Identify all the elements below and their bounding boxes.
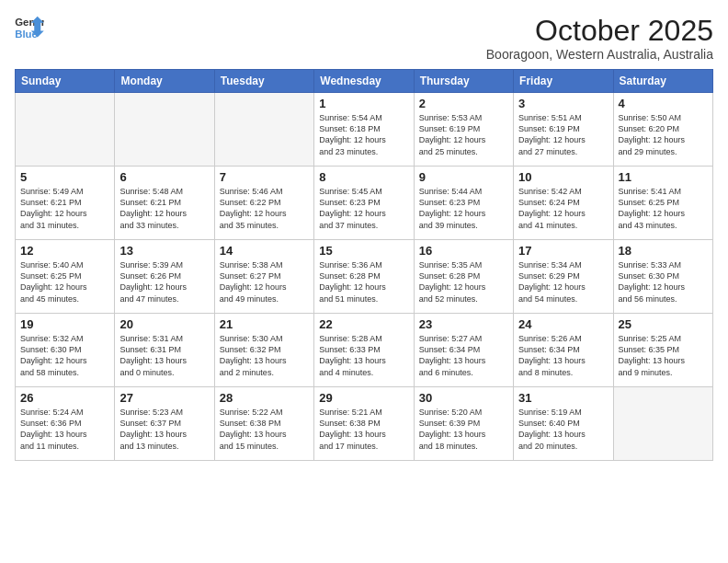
- week-row-1: 5Sunrise: 5:49 AM Sunset: 6:21 PM Daylig…: [16, 167, 713, 240]
- day-number: 31: [518, 391, 608, 405]
- day-info: Sunrise: 5:34 AM Sunset: 6:29 PM Dayligh…: [518, 259, 608, 304]
- day-info: Sunrise: 5:32 AM Sunset: 6:30 PM Dayligh…: [20, 333, 109, 378]
- calendar-cell: [115, 93, 214, 167]
- day-number: 14: [220, 244, 309, 258]
- title-area: October 2025 Booragoon, Western Australi…: [486, 15, 713, 62]
- calendar-cell: 10Sunrise: 5:42 AM Sunset: 6:24 PM Dayli…: [514, 167, 613, 240]
- calendar-cell: [613, 387, 712, 461]
- day-number: 11: [619, 170, 708, 184]
- calendar-table: SundayMondayTuesdayWednesdayThursdayFrid…: [15, 69, 713, 461]
- week-row-3: 19Sunrise: 5:32 AM Sunset: 6:30 PM Dayli…: [16, 314, 713, 387]
- day-info: Sunrise: 5:53 AM Sunset: 6:19 PM Dayligh…: [419, 112, 508, 157]
- day-number: 21: [220, 317, 309, 331]
- days-header-row: SundayMondayTuesdayWednesdayThursdayFrid…: [16, 70, 713, 93]
- day-info: Sunrise: 5:48 AM Sunset: 6:21 PM Dayligh…: [119, 186, 209, 231]
- calendar-cell: 18Sunrise: 5:33 AM Sunset: 6:30 PM Dayli…: [613, 240, 712, 314]
- calendar-cell: 26Sunrise: 5:24 AM Sunset: 6:36 PM Dayli…: [16, 387, 115, 461]
- calendar-cell: 2Sunrise: 5:53 AM Sunset: 6:19 PM Daylig…: [414, 93, 513, 167]
- day-info: Sunrise: 5:24 AM Sunset: 6:36 PM Dayligh…: [20, 407, 109, 452]
- day-info: Sunrise: 5:28 AM Sunset: 6:33 PM Dayligh…: [319, 333, 408, 378]
- calendar-cell: 6Sunrise: 5:48 AM Sunset: 6:21 PM Daylig…: [115, 167, 214, 240]
- calendar-cell: 21Sunrise: 5:30 AM Sunset: 6:32 PM Dayli…: [214, 314, 313, 387]
- day-info: Sunrise: 5:25 AM Sunset: 6:35 PM Dayligh…: [619, 333, 708, 378]
- calendar-cell: 11Sunrise: 5:41 AM Sunset: 6:25 PM Dayli…: [613, 167, 712, 240]
- day-info: Sunrise: 5:54 AM Sunset: 6:18 PM Dayligh…: [319, 112, 408, 157]
- logo: General Blue: [15, 15, 44, 40]
- calendar-cell: [214, 93, 313, 167]
- day-number: 13: [119, 244, 209, 258]
- day-info: Sunrise: 5:46 AM Sunset: 6:22 PM Dayligh…: [220, 186, 309, 231]
- calendar-cell: 30Sunrise: 5:20 AM Sunset: 6:39 PM Dayli…: [414, 387, 513, 461]
- week-row-0: 1Sunrise: 5:54 AM Sunset: 6:18 PM Daylig…: [16, 93, 713, 167]
- day-info: Sunrise: 5:45 AM Sunset: 6:23 PM Dayligh…: [319, 186, 408, 231]
- calendar-cell: 3Sunrise: 5:51 AM Sunset: 6:19 PM Daylig…: [514, 93, 613, 167]
- week-row-2: 12Sunrise: 5:40 AM Sunset: 6:25 PM Dayli…: [16, 240, 713, 314]
- day-info: Sunrise: 5:23 AM Sunset: 6:37 PM Dayligh…: [119, 407, 209, 452]
- day-number: 7: [220, 170, 309, 184]
- calendar-cell: 25Sunrise: 5:25 AM Sunset: 6:35 PM Dayli…: [613, 314, 712, 387]
- calendar-cell: 16Sunrise: 5:35 AM Sunset: 6:28 PM Dayli…: [414, 240, 513, 314]
- day-info: Sunrise: 5:40 AM Sunset: 6:25 PM Dayligh…: [20, 259, 109, 304]
- day-info: Sunrise: 5:22 AM Sunset: 6:38 PM Dayligh…: [220, 407, 309, 452]
- calendar-cell: 9Sunrise: 5:44 AM Sunset: 6:23 PM Daylig…: [414, 167, 513, 240]
- day-number: 26: [20, 391, 109, 405]
- day-info: Sunrise: 5:26 AM Sunset: 6:34 PM Dayligh…: [518, 333, 608, 378]
- day-number: 25: [619, 317, 708, 331]
- calendar-cell: 20Sunrise: 5:31 AM Sunset: 6:31 PM Dayli…: [115, 314, 214, 387]
- logo-icon: General Blue: [15, 15, 44, 40]
- day-info: Sunrise: 5:42 AM Sunset: 6:24 PM Dayligh…: [518, 186, 608, 231]
- calendar-cell: 5Sunrise: 5:49 AM Sunset: 6:21 PM Daylig…: [16, 167, 115, 240]
- calendar-cell: 17Sunrise: 5:34 AM Sunset: 6:29 PM Dayli…: [514, 240, 613, 314]
- day-number: 9: [419, 170, 508, 184]
- calendar-cell: 22Sunrise: 5:28 AM Sunset: 6:33 PM Dayli…: [314, 314, 414, 387]
- day-info: Sunrise: 5:41 AM Sunset: 6:25 PM Dayligh…: [619, 186, 708, 231]
- day-number: 20: [119, 317, 209, 331]
- header-monday: Monday: [115, 70, 214, 93]
- header-friday: Friday: [514, 70, 613, 93]
- calendar-cell: 19Sunrise: 5:32 AM Sunset: 6:30 PM Dayli…: [16, 314, 115, 387]
- day-info: Sunrise: 5:19 AM Sunset: 6:40 PM Dayligh…: [518, 407, 608, 452]
- calendar-cell: 29Sunrise: 5:21 AM Sunset: 6:38 PM Dayli…: [314, 387, 414, 461]
- calendar-cell: 13Sunrise: 5:39 AM Sunset: 6:26 PM Dayli…: [115, 240, 214, 314]
- calendar-cell: 23Sunrise: 5:27 AM Sunset: 6:34 PM Dayli…: [414, 314, 513, 387]
- calendar-cell: 4Sunrise: 5:50 AM Sunset: 6:20 PM Daylig…: [613, 93, 712, 167]
- day-number: 12: [20, 244, 109, 258]
- header-sunday: Sunday: [16, 70, 115, 93]
- calendar-cell: 28Sunrise: 5:22 AM Sunset: 6:38 PM Dayli…: [214, 387, 313, 461]
- day-number: 30: [419, 391, 508, 405]
- day-info: Sunrise: 5:31 AM Sunset: 6:31 PM Dayligh…: [119, 333, 209, 378]
- day-number: 15: [319, 244, 408, 258]
- calendar-cell: 7Sunrise: 5:46 AM Sunset: 6:22 PM Daylig…: [214, 167, 313, 240]
- day-info: Sunrise: 5:21 AM Sunset: 6:38 PM Dayligh…: [319, 407, 408, 452]
- day-info: Sunrise: 5:44 AM Sunset: 6:23 PM Dayligh…: [419, 186, 508, 231]
- day-number: 2: [419, 97, 508, 110]
- header-thursday: Thursday: [414, 70, 513, 93]
- header: General Blue October 2025 Booragoon, Wes…: [15, 15, 713, 62]
- calendar-cell: 31Sunrise: 5:19 AM Sunset: 6:40 PM Dayli…: [514, 387, 613, 461]
- calendar-cell: 1Sunrise: 5:54 AM Sunset: 6:18 PM Daylig…: [314, 93, 414, 167]
- day-number: 10: [518, 170, 608, 184]
- day-info: Sunrise: 5:50 AM Sunset: 6:20 PM Dayligh…: [619, 112, 708, 157]
- day-number: 27: [119, 391, 209, 405]
- day-number: 19: [20, 317, 109, 331]
- day-info: Sunrise: 5:39 AM Sunset: 6:26 PM Dayligh…: [119, 259, 209, 304]
- calendar-cell: 12Sunrise: 5:40 AM Sunset: 6:25 PM Dayli…: [16, 240, 115, 314]
- calendar-cell: 24Sunrise: 5:26 AM Sunset: 6:34 PM Dayli…: [514, 314, 613, 387]
- header-wednesday: Wednesday: [314, 70, 414, 93]
- day-number: 5: [20, 170, 109, 184]
- day-number: 3: [518, 97, 608, 110]
- day-number: 24: [518, 317, 608, 331]
- header-saturday: Saturday: [613, 70, 712, 93]
- day-number: 16: [419, 244, 508, 258]
- day-info: Sunrise: 5:33 AM Sunset: 6:30 PM Dayligh…: [619, 259, 708, 304]
- calendar-cell: [16, 93, 115, 167]
- week-row-4: 26Sunrise: 5:24 AM Sunset: 6:36 PM Dayli…: [16, 387, 713, 461]
- day-number: 4: [619, 97, 708, 110]
- calendar-cell: 14Sunrise: 5:38 AM Sunset: 6:27 PM Dayli…: [214, 240, 313, 314]
- day-number: 22: [319, 317, 408, 331]
- calendar-subtitle: Booragoon, Western Australia, Australia: [486, 47, 713, 62]
- day-info: Sunrise: 5:30 AM Sunset: 6:32 PM Dayligh…: [220, 333, 309, 378]
- day-number: 23: [419, 317, 508, 331]
- day-info: Sunrise: 5:36 AM Sunset: 6:28 PM Dayligh…: [319, 259, 408, 304]
- calendar-cell: 15Sunrise: 5:36 AM Sunset: 6:28 PM Dayli…: [314, 240, 414, 314]
